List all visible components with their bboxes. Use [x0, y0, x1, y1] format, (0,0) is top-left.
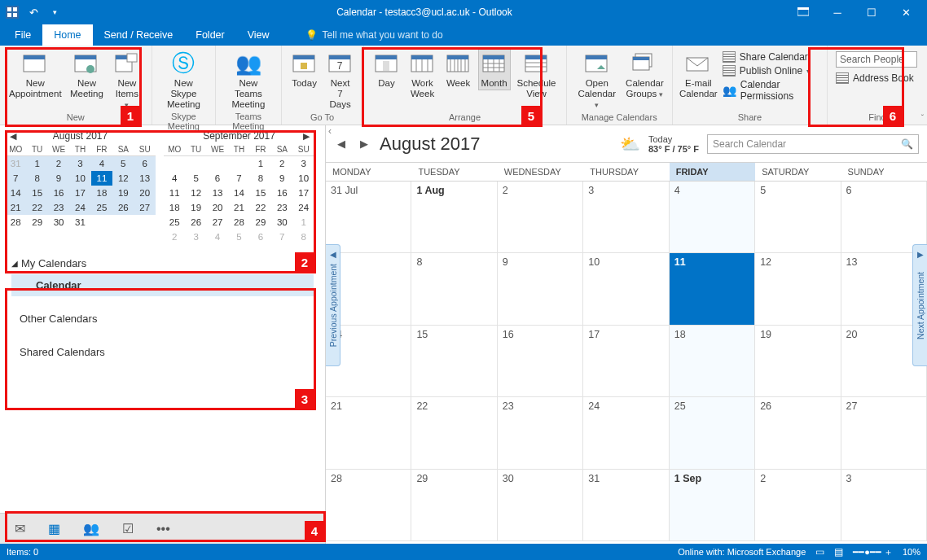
mini-day[interactable]: 3 [293, 156, 314, 172]
mini-day[interactable]: 16 [48, 186, 69, 200]
mini-day[interactable]: 21 [5, 200, 26, 215]
calendar-item-calendar[interactable]: Calendar [11, 274, 314, 296]
day-cell[interactable]: 29 [411, 470, 497, 541]
mini-day[interactable]: 7 [271, 230, 292, 244]
teams-meeting-button[interactable]: 👥New Teams Meeting [222, 49, 274, 112]
mini-day[interactable]: 20 [134, 186, 156, 200]
zoom-slider[interactable]: ━━●━━ ＋ [853, 546, 893, 558]
day-cell[interactable]: 27 [841, 397, 927, 469]
mini-day[interactable]: 22 [250, 200, 271, 215]
calendar-permissions-button[interactable]: 👥Calendar Permissions [723, 79, 817, 102]
day-cell[interactable]: 23 [498, 397, 583, 469]
mini-day[interactable]: 13 [207, 186, 228, 200]
mini-day[interactable]: 30 [271, 215, 292, 230]
mini-day[interactable]: 27 [134, 200, 156, 215]
mini-day[interactable]: 29 [250, 215, 271, 230]
mini-day[interactable]: 5 [228, 230, 249, 244]
day-cell[interactable]: 30 [498, 470, 583, 541]
mini-day[interactable]: 4 [164, 171, 185, 186]
mini-day[interactable]: 24 [69, 200, 90, 215]
mini-day[interactable]: 28 [5, 215, 26, 230]
mini-day[interactable]: 1 [26, 156, 47, 172]
today-button[interactable]: Today [288, 49, 321, 90]
day-cell[interactable]: 3 [583, 182, 669, 253]
tab-send-receive[interactable]: Send / Receive [93, 24, 185, 46]
mini-day[interactable]: 8 [26, 171, 47, 186]
day-cell[interactable]: 11 [670, 253, 755, 325]
mini-day[interactable]: 2 [48, 156, 69, 172]
email-calendar-button[interactable]: E-mail Calendar [679, 49, 718, 101]
mini-day[interactable]: 7 [5, 171, 26, 186]
mini-day[interactable]: 6 [134, 156, 156, 172]
share-calendar-button[interactable]: Share Calendar [723, 51, 817, 63]
mini-day[interactable]: 3 [69, 156, 90, 172]
month-view-button[interactable]: Month [478, 49, 511, 90]
view-normal-icon[interactable]: ▭ [815, 546, 824, 558]
publish-online-button[interactable]: Publish Online ▾ [723, 65, 817, 77]
mini-day[interactable]: 14 [228, 186, 249, 200]
mini-prev-icon[interactable]: ◀ [10, 131, 16, 142]
mini-day[interactable]: 22 [26, 200, 47, 215]
mini-day[interactable]: 2 [164, 230, 185, 244]
qat-dropdown-icon[interactable]: ▾ [47, 5, 62, 20]
mini-day[interactable]: 24 [293, 200, 314, 215]
mini-day[interactable]: 18 [91, 186, 112, 200]
mini-day[interactable]: 5 [185, 171, 206, 186]
collapse-sidebar-icon[interactable]: ‹ [325, 125, 335, 137]
day-cell[interactable]: 22 [411, 397, 497, 469]
mini-day[interactable] [112, 215, 134, 230]
tell-me-search[interactable]: 💡 Tell me what you want to do [297, 24, 451, 46]
mini-day[interactable]: 25 [91, 200, 112, 215]
weather-widget[interactable]: ⛅ Today83° F / 75° F [620, 134, 699, 154]
tab-view[interactable]: View [236, 24, 281, 46]
mini-day[interactable]: 20 [207, 200, 228, 215]
tasks-icon[interactable]: ☑ [122, 521, 134, 536]
more-icon[interactable]: ••• [156, 522, 170, 536]
day-cell[interactable]: 17 [583, 326, 669, 397]
cal-prev-icon[interactable]: ◀ [334, 136, 349, 151]
mini-day[interactable]: 10 [293, 171, 314, 186]
mini-day[interactable]: 14 [5, 186, 26, 200]
day-cell[interactable]: 25 [670, 397, 755, 469]
people-icon[interactable]: 👥 [83, 521, 99, 536]
skype-meeting-button[interactable]: ⓈNew Skype Meeting [159, 49, 209, 112]
day-cell[interactable]: 6 [841, 182, 927, 253]
next-7-days-button[interactable]: 7Next 7 Days [324, 49, 357, 112]
mini-day[interactable]: 4 [91, 156, 112, 172]
open-calendar-button[interactable]: Open Calendar ▾ [573, 49, 621, 112]
mini-day[interactable]: 4 [207, 230, 228, 244]
mini-day[interactable]: 29 [26, 215, 47, 230]
mini-day[interactable]: 23 [48, 200, 69, 215]
cal-next-icon[interactable]: ▶ [357, 136, 371, 151]
day-cell[interactable]: 3 [841, 470, 927, 541]
calendar-item-other[interactable]: Other Calendars [11, 308, 314, 330]
day-view-button[interactable]: Day [371, 49, 403, 90]
my-calendars-header[interactable]: ◢My Calendars [11, 254, 314, 274]
mini-day[interactable]: 1 [293, 215, 314, 230]
mini-day[interactable]: 21 [228, 200, 249, 215]
mini-day[interactable]: 12 [112, 171, 134, 186]
ribbon-options-icon[interactable] [787, 1, 819, 24]
mini-day[interactable]: 11 [91, 171, 112, 186]
work-week-view-button[interactable]: Work Week [406, 49, 439, 101]
search-calendar-input[interactable]: Search Calendar🔍 [707, 134, 919, 154]
day-cell[interactable]: 19 [755, 326, 841, 397]
mini-day[interactable]: 26 [112, 200, 134, 215]
maximize-button[interactable]: ☐ [855, 1, 888, 24]
mini-day[interactable] [91, 215, 112, 230]
day-cell[interactable]: 18 [670, 326, 755, 397]
address-book-button[interactable]: Address Book [836, 72, 917, 84]
day-cell[interactable]: 9 [498, 253, 583, 325]
day-cell[interactable]: 31 [583, 470, 669, 541]
day-cell[interactable]: 1 Aug [411, 182, 497, 253]
day-cell[interactable]: 2 [498, 182, 583, 253]
day-cell[interactable]: 28 [326, 470, 411, 541]
mini-day[interactable]: 27 [207, 215, 228, 230]
mini-day[interactable]: 17 [69, 186, 90, 200]
calendar-groups-button[interactable]: Calendar Groups ▾ [624, 49, 666, 102]
mini-day[interactable]: 10 [69, 171, 90, 186]
week-view-button[interactable]: Week [442, 49, 475, 90]
mini-day[interactable]: 28 [228, 215, 249, 230]
mini-day[interactable]: 7 [228, 171, 249, 186]
mini-day[interactable]: 31 [69, 215, 90, 230]
